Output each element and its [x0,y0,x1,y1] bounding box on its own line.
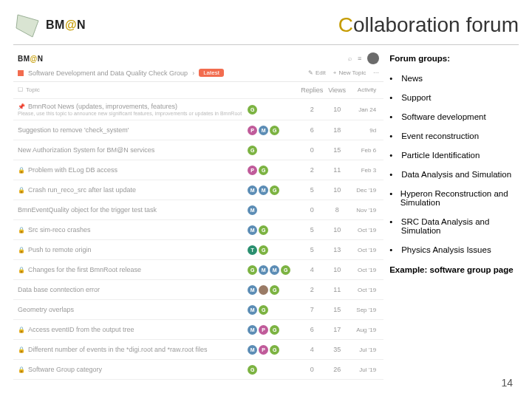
avatar[interactable]: G [270,185,279,195]
avatar[interactable]: M [248,185,257,195]
col-activity: Activity [349,86,379,94]
avatar[interactable]: P [259,325,268,335]
avatar[interactable]: T [248,245,257,255]
participants: PMG [248,126,299,135]
views: 11 [324,286,349,293]
table-row[interactable]: Data base conntection errorMG211Oct '19 [13,280,383,300]
table-row[interactable]: 🔒Different number of events in the *digi… [13,340,383,360]
avatar[interactable]: G [248,365,257,375]
activity: Aug '19 [349,327,379,333]
lock-icon: 🔒 [18,227,25,233]
menu-icon[interactable]: ≡ [358,55,361,62]
select-all[interactable]: ☐ [18,86,23,94]
views: 10 [324,106,349,113]
avatar[interactable]: G [281,265,290,275]
bullet-icon: • [389,245,395,254]
avatar[interactable]: P [259,345,268,355]
filter-pill[interactable]: Latest [199,69,224,77]
avatar[interactable]: G [248,265,257,275]
avatar[interactable]: G [248,146,257,155]
pencil-icon: ✎ [308,69,313,76]
table-row[interactable]: 🔒Src sim-reco crashesMG510Oct '19 [13,220,383,240]
avatar[interactable]: M [248,305,257,315]
table-row[interactable]: 📌BmnRoot News (updates, improvements, fe… [13,99,383,120]
avatar[interactable]: M [248,225,257,235]
list-item: •Physics Analysis Issues [389,240,525,259]
avatar[interactable]: P [248,126,257,135]
avatar[interactable]: M [248,345,257,355]
topic-title: Push to remote origin [28,246,92,253]
list-item: •News [389,69,525,88]
avatar[interactable]: M [248,205,257,215]
table-row[interactable]: Suggestion to remove 'check_system'PMG61… [13,120,383,140]
list-item-label: Particle Identification [401,151,480,160]
views: 10 [324,266,349,273]
shot-category-bar: Software Development and Data Quality Ch… [13,66,383,82]
avatar[interactable]: G [270,325,279,335]
lock-icon: 🔒 [18,366,25,373]
table-row[interactable]: 🔒Changes for the first BmnRoot releaseGM… [13,260,383,280]
views: 15 [324,306,349,313]
table-row[interactable]: 🔒Software Group categoryG026Jul '19 [13,360,383,380]
avatar[interactable]: G [270,285,279,295]
table-row[interactable]: New Authorization System for BM@N servic… [13,140,383,160]
participants: MMG [248,185,299,195]
forum-groups: Forum groups: •News•Support•Software dev… [389,51,525,380]
avatar[interactable]: G [259,225,268,235]
forum-groups-title: Forum groups: [389,54,525,63]
header-rule [13,44,519,45]
replies: 2 [299,106,324,113]
replies: 0 [299,366,324,373]
views: 8 [324,206,349,214]
logo-text-at: @ [65,18,77,31]
list-item-label: Data Analysis and Simulation [401,170,511,179]
table-row[interactable]: 🔒Crash run_reco_src after last updateMMG… [13,180,383,200]
participants: MG [248,285,299,295]
avatar[interactable]: G [270,345,279,355]
table-header: ☐Topic Replies Views Activity [13,82,383,99]
col-topic: Topic [26,86,40,94]
replies: 0 [299,146,324,154]
activity: Oct '19 [349,287,379,293]
table-row[interactable]: 🔒Push to remote originTG513Oct '19 [13,240,383,260]
avatar[interactable]: G [259,166,268,175]
shot-category[interactable]: Software Development and Data Quality Ch… [18,69,224,77]
avatar[interactable]: G [248,105,257,115]
page-number: 14 [501,377,513,389]
logo-text-c: N [77,18,86,31]
more-icon[interactable]: ⋯ [373,69,379,76]
participants: MPG [248,345,299,355]
table-row[interactable]: Geometry overlapsMG715Sep '19 [13,300,383,320]
replies: 4 [299,346,324,353]
shot-logo-c: N [38,55,44,63]
avatar[interactable]: M [248,285,257,295]
avatar[interactable]: G [259,305,268,315]
lock-icon: 🔒 [18,267,25,273]
participants: G [248,146,299,155]
list-item: •Event reconstruction [389,126,525,146]
avatar[interactable]: G [259,245,268,255]
replies: 7 [299,306,324,313]
avatar[interactable]: G [270,126,279,135]
avatar[interactable]: M [248,325,257,335]
avatar[interactable]: M [259,265,268,275]
avatar[interactable]: M [259,126,268,135]
logo-icon [13,10,43,40]
new-topic-button[interactable]: +New Topic [333,69,366,76]
table-row[interactable]: 🔒Problem with ELog DB accessPG211Feb 3 [13,160,383,180]
table-row[interactable]: 🔒Access eventID from the output treeMPG6… [13,320,383,340]
search-icon[interactable]: ⌕ [348,55,352,62]
avatar[interactable]: P [248,166,257,175]
edit-button[interactable]: ✎Edit [308,69,326,76]
avatar[interactable]: M [259,185,268,195]
topic-title: Crash run_reco_src after last update [28,186,136,194]
lock-icon: 🔒 [18,187,25,194]
topic-title: BmnRoot News (updates, improvements, fea… [28,103,177,110]
avatar[interactable]: M [270,265,279,275]
participants: MG [248,305,299,315]
replies: 6 [299,326,324,333]
avatar[interactable] [259,285,268,295]
table-row[interactable]: BmnEventQuality object for the trigger t… [13,200,383,220]
replies: 0 [299,206,324,214]
avatar[interactable] [367,52,379,64]
